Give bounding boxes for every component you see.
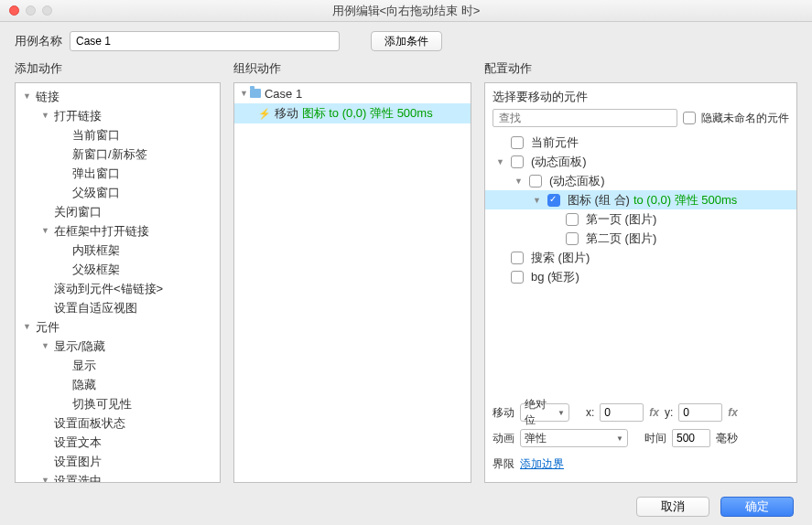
move-mode-dropdown[interactable]: 绝对位▼ — [520, 403, 569, 422]
header-row: 用例名称 添加条件 — [15, 31, 797, 51]
chevron-down-icon: ▼ — [240, 89, 248, 98]
widget-tree-item[interactable]: bg (矩形) — [485, 267, 796, 286]
caret-spacer — [60, 245, 69, 254]
widget-checkbox[interactable] — [566, 232, 579, 245]
action-tree-item[interactable]: ▼打开链接 — [16, 106, 220, 125]
action-tree-item[interactable]: ▼链接 — [16, 87, 220, 106]
action-tree-item[interactable]: 设置面板状态 — [16, 413, 220, 433]
action-tree-item[interactable]: 设置文本 — [16, 433, 220, 452]
chevron-down-icon: ▼ — [616, 434, 623, 443]
action-tree-item[interactable]: 内联框架 — [16, 241, 220, 260]
action-tree-item[interactable]: 隐藏 — [16, 375, 220, 394]
org-tree-panel: ▼ Case 1 ⚡ 移动 图标 to (0,0) 弹性 500ms — [233, 82, 471, 483]
y-label: y: — [665, 406, 673, 419]
fx-x-button[interactable]: fx — [649, 406, 659, 419]
tree-item-label: 父级窗口 — [70, 185, 120, 201]
action-tree-item[interactable]: ▼元件 — [16, 317, 220, 337]
action-tree-item[interactable]: 父级框架 — [16, 260, 220, 279]
folder-icon — [250, 89, 261, 98]
tree-item-label: 在框架中打开链接 — [52, 223, 149, 240]
bounds-label: 界限 — [493, 456, 514, 472]
window-controls — [0, 5, 52, 16]
y-input[interactable] — [678, 403, 722, 422]
tree-item-label: 显示/隐藏 — [52, 338, 105, 355]
widget-tree-item[interactable]: 搜索 (图片) — [485, 248, 796, 267]
case-name-input[interactable] — [70, 31, 340, 51]
titlebar: 用例编辑<向右拖动结束 时> — [0, 0, 812, 22]
action-tree-item[interactable]: 显示 — [16, 356, 220, 375]
widget-label: 图标 (组 合) — [568, 192, 630, 209]
chevron-down-icon: ▼ — [41, 111, 50, 120]
widget-tree-item[interactable]: 第二页 (图片) — [485, 229, 796, 248]
action-tree-item[interactable]: 设置图片 — [16, 452, 220, 471]
widget-checkbox[interactable] — [511, 136, 524, 149]
caret-spacer — [60, 188, 69, 197]
tree-item-label: 设置选中 — [52, 473, 102, 484]
config-top: 选择要移动的元件 隐藏未命名的元件 — [485, 83, 796, 131]
action-tree-item[interactable]: 设置自适应视图 — [16, 298, 220, 317]
close-window-icon[interactable] — [9, 5, 19, 16]
x-input[interactable] — [600, 403, 644, 422]
widget-tree-item[interactable]: ▼(动态面板) — [485, 152, 796, 171]
case-name-label: 用例名称 — [15, 33, 62, 49]
widget-checkbox[interactable] — [511, 271, 524, 284]
ok-button[interactable]: 确定 — [720, 497, 794, 517]
action-tree-item[interactable]: ▼设置选中 — [16, 471, 220, 483]
org-action-row[interactable]: ⚡ 移动 图标 to (0,0) 弹性 500ms — [234, 103, 471, 123]
action-tree-item[interactable]: 新窗口/新标签 — [16, 145, 220, 164]
columns: 添加动作 ▼链接▼打开链接当前窗口新窗口/新标签弹出窗口父级窗口关闭窗口▼在框架… — [15, 60, 797, 483]
action-tree-item[interactable]: 父级窗口 — [16, 183, 220, 202]
chevron-down-icon: ▼ — [41, 476, 50, 484]
fx-y-button[interactable]: fx — [728, 406, 738, 419]
action-tree-item[interactable]: 滚动到元件<锚链接> — [16, 279, 220, 298]
action-tree-item[interactable]: 切换可见性 — [16, 394, 220, 413]
widget-search-input[interactable] — [493, 109, 677, 127]
action-tree: ▼链接▼打开链接当前窗口新窗口/新标签弹出窗口父级窗口关闭窗口▼在框架中打开链接… — [16, 83, 220, 483]
action-tree-item[interactable]: 当前窗口 — [16, 125, 220, 145]
tree-item-label: 弹出窗口 — [70, 166, 120, 182]
hide-unnamed-label: 隐藏未命名的元件 — [701, 111, 789, 126]
bolt-icon: ⚡ — [258, 108, 271, 120]
caret-spacer — [60, 264, 69, 273]
hide-unnamed-checkbox[interactable] — [683, 112, 696, 124]
config-action-header: 配置动作 — [484, 60, 797, 77]
minimize-window-icon — [26, 5, 36, 16]
search-row: 隐藏未命名的元件 — [493, 109, 789, 127]
anim-mode-dropdown[interactable]: 弹性▼ — [520, 429, 628, 447]
add-condition-button[interactable]: 添加条件 — [371, 31, 442, 51]
tree-item-label: 滚动到元件<锚链接> — [52, 281, 163, 297]
tree-item-label: 设置自适应视图 — [52, 300, 137, 316]
cancel-button[interactable]: 取消 — [636, 497, 709, 517]
widget-tree-item[interactable]: ▼(动态面板) — [485, 171, 796, 190]
widget-checkbox[interactable] — [547, 194, 560, 207]
widget-tree-item[interactable]: 当前元件 — [485, 133, 796, 152]
add-bounds-link[interactable]: 添加边界 — [520, 456, 564, 472]
action-tree-item[interactable]: ▼显示/隐藏 — [16, 337, 220, 356]
action-tree-item[interactable]: 关闭窗口 — [16, 202, 220, 221]
widget-checkbox[interactable] — [566, 213, 579, 226]
org-action-prefix: 移动 — [275, 105, 298, 122]
move-row: 移动 绝对位▼ x: fx y: fx — [493, 400, 789, 425]
widget-label: bg (矩形) — [531, 269, 579, 285]
tree-item-label: 内联框架 — [70, 242, 120, 259]
tree-item-label: 打开链接 — [52, 108, 102, 124]
tree-item-label: 设置图片 — [52, 454, 102, 470]
config-bottom: 移动 绝对位▼ x: fx y: fx 动画 — [485, 394, 796, 482]
org-action-header: 组织动作 — [233, 60, 471, 77]
action-tree-item[interactable]: ▼在框架中打开链接 — [16, 221, 220, 241]
org-root-row[interactable]: ▼ Case 1 — [234, 83, 471, 103]
chevron-down-icon: ▼ — [41, 226, 50, 235]
org-action-target: 图标 to (0,0) 弹性 500ms — [302, 105, 433, 122]
time-input[interactable] — [672, 429, 710, 447]
caret-spacer — [41, 207, 50, 216]
widget-checkbox[interactable] — [511, 252, 524, 264]
widget-tree-item[interactable]: ▼图标 (组 合) to (0,0) 弹性 500ms — [485, 190, 796, 209]
widget-label: 第一页 (图片) — [586, 211, 656, 228]
action-tree-item[interactable]: 弹出窗口 — [16, 164, 220, 183]
tree-item-label: 切换可见性 — [70, 396, 132, 412]
widget-checkbox[interactable] — [529, 175, 542, 188]
caret-spacer — [60, 360, 69, 370]
widget-checkbox[interactable] — [511, 155, 524, 168]
widget-tree-item[interactable]: 第一页 (图片) — [485, 209, 796, 229]
tree-item-label: 链接 — [34, 89, 60, 105]
